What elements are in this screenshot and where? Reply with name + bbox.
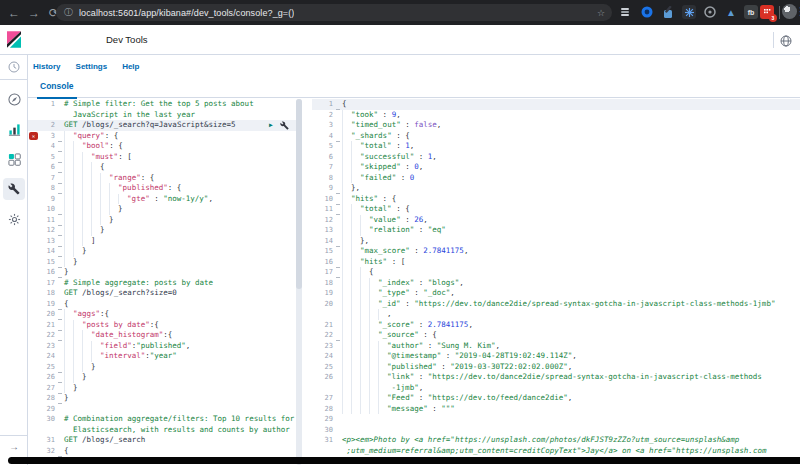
code-row[interactable]: 8"published": { [28,183,302,194]
code-row[interactable]: 11} [28,215,302,226]
code-row[interactable]: 10} [28,204,302,215]
code-row[interactable]: 25} [28,362,302,373]
code-row[interactable]: 20"aggs":{ [28,309,302,320]
code-row[interactable]: 15"max_score" : 2.7841175, [312,246,800,257]
code-row[interactable]: 26} [28,372,302,383]
code-row[interactable]: 22"_source" : { [312,330,800,341]
tab-console[interactable]: Console [37,81,77,99]
address-bar[interactable]: ⓘ localhost:5601/app/kibana#/dev_tools/c… [56,4,612,21]
sidebar-item-management[interactable] [3,208,25,230]
code-row[interactable]: 28} [28,393,302,404]
code-row[interactable]: 12"value" : 26, [312,215,800,226]
code-row[interactable]: 5"total" : 1, [312,141,800,152]
code-row[interactable]: 6"successful" : 1, [312,152,800,163]
code-row[interactable]: 24"interval":"year" [28,351,302,362]
code-row[interactable]: -1jmb", [312,383,800,394]
code-row[interactable]: 13"relation" : "eq" [312,225,800,236]
code-row[interactable]: 1{ [312,99,800,110]
code-row[interactable]: 2"took" : 9, [312,110,800,121]
globe-icon[interactable] [780,33,792,51]
snowflake-extension-icon[interactable] [682,5,696,19]
code-row[interactable]: 21"_score" : 2.7841175, [312,320,800,331]
code-row[interactable]: 16} [28,267,302,278]
browser-menu-icon[interactable]: ⋮ [795,5,800,18]
code-row[interactable]: 31GET /blogs/_search [28,435,302,446]
code-row[interactable]: 30# Combination aggregate/filters: Top 1… [28,414,302,425]
send-request-icon[interactable]: ▶ [269,120,273,131]
url-text[interactable]: localhost:5601/app/kibana#/dev_tools/con… [79,8,294,18]
code-row[interactable]: ;utm_medium=referral&amp;utm_content=cre… [312,446,800,457]
code-row[interactable]: 26"link" : "https://dev.to/dance2die/spr… [312,372,800,383]
code-row[interactable]: 6{ [28,162,302,173]
blue-ring-extension-icon[interactable] [640,5,654,19]
kibana-logo[interactable] [7,31,21,52]
bookmark-star-icon[interactable]: ☆ [597,8,605,18]
code-row[interactable]: 23"field":"published", [28,341,302,352]
code-row[interactable]: 30 [312,425,800,436]
code-row[interactable]: 10"hits" : { [312,194,800,205]
code-row[interactable]: 13] [28,236,302,247]
site-info-icon[interactable]: ⓘ [64,6,73,19]
code-row[interactable]: 32{ [28,446,302,457]
code-row[interactable]: 4"_shards" : { [312,131,800,142]
code-row[interactable]: 29 [312,414,800,425]
code-row[interactable]: 14}, [312,236,800,247]
back-icon[interactable]: ← [4,6,24,20]
sidebar-collapse-button[interactable]: → [0,435,28,457]
code-row[interactable]: 7"skipped" : 0, [312,162,800,173]
forward-icon[interactable]: → [24,6,44,20]
sidebar-item-discover[interactable] [3,88,25,110]
pen-extension-icon[interactable] [661,5,675,19]
menu-item-help[interactable]: Help [122,62,139,71]
fb-extension-icon[interactable]: fb [744,5,758,19]
code-row[interactable]: 29 [28,404,302,415]
code-row[interactable]: 9"gte" : "now-1y/y", [28,194,302,205]
code-row[interactable]: 18"_index" : "blogs", [312,278,800,289]
code-row[interactable]: 2GET /blogs/_search?q=JavaScript&size=5▶ [28,120,302,131]
code-row[interactable]: 8"failed" : 0 [312,173,800,184]
sidebar-item-dev-tools[interactable] [3,178,25,200]
left-pane-scrollbar[interactable] [296,99,302,465]
code-row[interactable]: 21"posts by date":{ [28,320,302,331]
menu-item-history[interactable]: History [33,62,61,71]
code-row[interactable]: 27} [28,383,302,394]
code-row[interactable]: 31<p><em>Photo by <a href="https://unspl… [312,435,800,446]
code-row[interactable]: 22"date_histogram":{ [28,330,302,341]
code-row[interactable]: 27"Feed" : "https://dev.to/feed/dance2di… [312,393,800,404]
code-row[interactable]: 5"must": [ [28,152,302,163]
code-row[interactable]: 3"timed_out" : false, [312,120,800,131]
code-row[interactable]: 12} [28,225,302,236]
code-row[interactable]: 9}, [312,183,800,194]
request-editor[interactable]: 1# Simple filter: Get the top 5 posts ab… [28,99,302,465]
code-row[interactable]: 4"bool": { [28,141,302,152]
code-row[interactable]: ✕3"query": { [28,131,302,142]
code-row[interactable]: 19{ [28,299,302,310]
response-pane[interactable]: 1{2"took" : 9,3"timed_out" : false,4"_sh… [312,99,800,465]
code-row[interactable]: JavaScript in the last year [28,110,302,121]
code-row[interactable]: 16"hits" : [ [312,257,800,268]
code-row[interactable]: , [312,309,800,320]
code-row[interactable]: 17# Simple aggregate: posts by date [28,278,302,289]
code-row[interactable]: 18GET /blogs/_search?size=0 [28,288,302,299]
code-row[interactable]: 1# Simple filter: Get the top 5 posts ab… [28,99,302,110]
stack-extension-icon[interactable] [618,5,632,19]
code-row[interactable]: 23"author" : "Sung M. Kim", [312,341,800,352]
sidebar-item-recently-viewed[interactable] [3,56,25,78]
sidebar-item-visualize[interactable] [3,118,25,140]
sidebar-item-dashboard[interactable] [3,148,25,170]
code-row[interactable]: 15} [28,257,302,268]
request-options-wrench-icon[interactable] [280,121,289,130]
code-row[interactable]: 25"published" : "2019-03-30T22:02:02.000… [312,362,800,373]
code-row[interactable]: 19"_type" : "_doc", [312,288,800,299]
code-row[interactable]: 24"@timestamp" : "2019-04-28T19:02:49.11… [312,351,800,362]
menu-item-settings[interactable]: Settings [76,62,108,71]
code-row[interactable]: 11"total" : { [312,204,800,215]
code-row[interactable]: Elasticsearch, with results and counts b… [28,425,302,436]
triangle-extension-icon[interactable]: ▲ [724,5,738,19]
code-row[interactable]: 17{ [312,267,800,278]
record-extension-icon[interactable] [703,5,717,19]
code-row[interactable]: 14} [28,246,302,257]
code-row[interactable]: 20"_id" : "https://dev.to/dance2die/spre… [312,299,800,310]
code-row[interactable]: 28"message" : """ [312,404,800,415]
code-row[interactable]: 7"range": { [28,173,302,184]
